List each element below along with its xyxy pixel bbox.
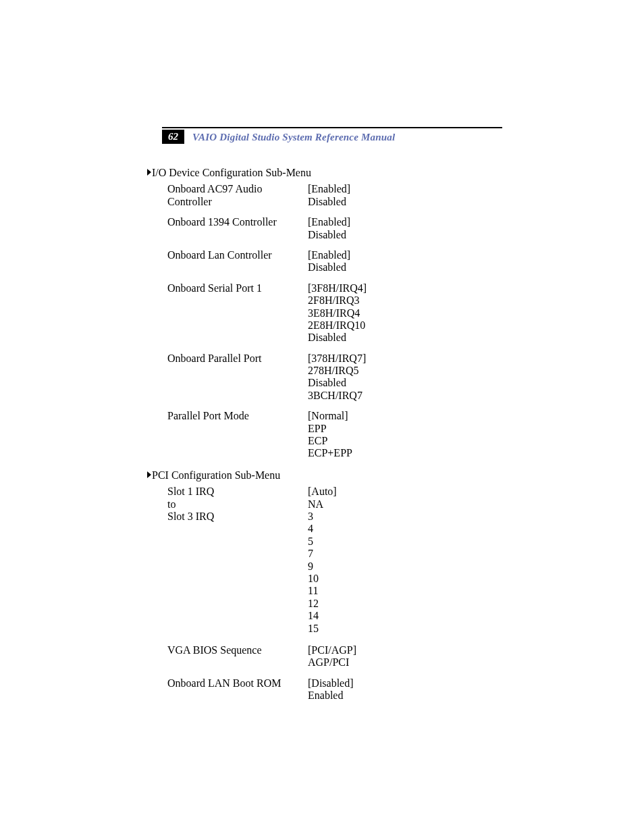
config-label: Onboard Lan Controller (167, 249, 308, 261)
config-row: Onboard LAN Boot ROM [Disabled] Enabled (167, 677, 502, 702)
config-label: Onboard LAN Boot ROM (167, 677, 308, 689)
config-values: [Normal] EPP ECP ECP+EPP (308, 410, 502, 460)
config-row: VGA BIOS Sequence [PCI/AGP] AGP/PCI (167, 644, 502, 669)
config-values: [Auto] NA 3 4 5 7 9 10 11 12 14 15 (308, 486, 502, 635)
config-row: Onboard Lan Controller [Enabled] Disable… (167, 249, 502, 274)
config-values: [3F8H/IRQ4] 2F8H/IRQ3 3E8H/IRQ4 2E8H/IRQ… (308, 282, 502, 344)
header-title: VAIO Digital Studio System Reference Man… (192, 132, 395, 143)
config-label: VGA BIOS Sequence (167, 644, 308, 656)
config-label: Onboard 1394 Controller (167, 216, 308, 228)
header-rule (162, 127, 502, 128)
submenu-heading-label: I/O Device Configuration Sub-Menu (152, 167, 311, 178)
triangle-right-icon (147, 169, 151, 176)
config-values: [PCI/AGP] AGP/PCI (308, 644, 502, 669)
config-values: [Enabled] Disabled (308, 249, 502, 274)
config-row: Onboard AC97 Audio Controller [Enabled] … (167, 183, 502, 208)
config-label: Onboard Serial Port 1 (167, 282, 308, 294)
config-label: Onboard Parallel Port (167, 353, 308, 365)
config-row: Onboard Serial Port 1 [3F8H/IRQ4] 2F8H/I… (167, 282, 502, 344)
page-number: 62 (162, 130, 184, 144)
page: 62 VAIO Digital Studio System Reference … (0, 0, 644, 834)
config-values: [Enabled] Disabled (308, 216, 502, 241)
submenu-items-pci: Slot 1 IRQ to Slot 3 IRQ [Auto] NA 3 4 5… (167, 486, 502, 702)
config-values: [Disabled] Enabled (308, 677, 502, 702)
submenu-heading-pci: PCI Configuration Sub-Menu (147, 469, 502, 481)
config-row: Parallel Port Mode [Normal] EPP ECP ECP+… (167, 410, 502, 460)
config-values: [378H/IRQ7] 278H/IRQ5 Disabled 3BCH/IRQ7 (308, 353, 502, 402)
config-label: Onboard AC97 Audio Controller (167, 183, 308, 208)
config-row: Slot 1 IRQ to Slot 3 IRQ [Auto] NA 3 4 5… (167, 486, 502, 635)
submenu-items-io: Onboard AC97 Audio Controller [Enabled] … (167, 183, 502, 459)
config-label: Slot 1 IRQ to Slot 3 IRQ (167, 486, 308, 523)
config-values: [Enabled] Disabled (308, 183, 502, 208)
config-row: Onboard Parallel Port [378H/IRQ7] 278H/I… (167, 353, 502, 402)
triangle-right-icon (147, 471, 151, 478)
content: I/O Device Configuration Sub-Menu Onboar… (147, 167, 502, 711)
config-row: Onboard 1394 Controller [Enabled] Disabl… (167, 216, 502, 241)
submenu-heading-io: I/O Device Configuration Sub-Menu (147, 167, 502, 179)
config-label: Parallel Port Mode (167, 410, 308, 422)
submenu-heading-label: PCI Configuration Sub-Menu (152, 469, 280, 481)
